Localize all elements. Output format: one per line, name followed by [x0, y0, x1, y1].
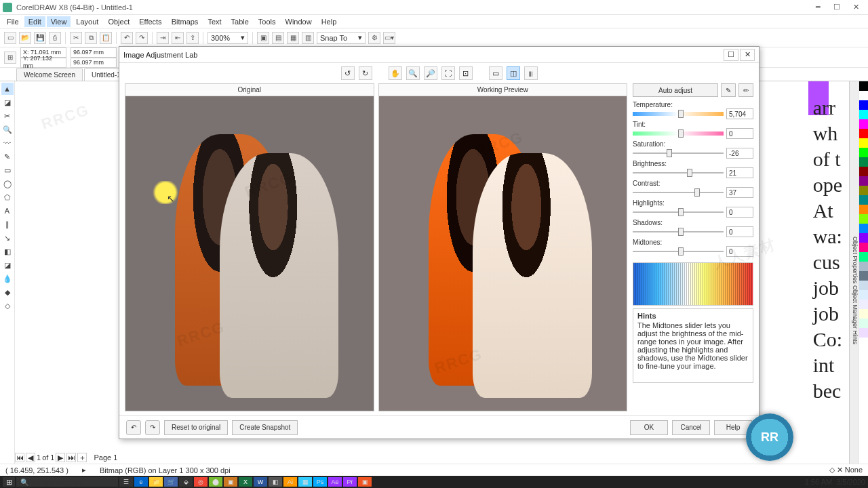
- menu-layout[interactable]: Layout: [72, 16, 102, 27]
- zoom-tool-icon[interactable]: 🔍: [1, 123, 14, 136]
- color-swatch[interactable]: [859, 319, 868, 328]
- freehand-tool-icon[interactable]: 〰: [1, 137, 14, 149]
- w-field[interactable]: 96.097 mm: [71, 47, 117, 58]
- publish-icon[interactable]: ⇪: [186, 32, 199, 44]
- color-swatch[interactable]: [859, 129, 868, 138]
- prev-page-icon[interactable]: ◀: [26, 453, 35, 462]
- ellipse-tool-icon[interactable]: ◯: [1, 178, 14, 190]
- taskbar-app-icon[interactable]: 🛒: [164, 477, 178, 487]
- taskbar-app-icon[interactable]: Ai: [283, 477, 297, 487]
- dialog-titlebar[interactable]: Image Adjustment Lab ☐ ✕: [119, 47, 759, 63]
- maximize-button[interactable]: ☐: [827, 1, 846, 14]
- shadows-value[interactable]: 0: [726, 226, 753, 237]
- taskbar-app-icon[interactable]: Ae: [328, 477, 342, 487]
- new-icon[interactable]: ▭: [4, 32, 16, 44]
- taskbar-app-icon[interactable]: ▣: [358, 477, 372, 487]
- pan-icon[interactable]: ✋: [389, 66, 402, 80]
- color-swatch[interactable]: [859, 262, 868, 271]
- color-swatch[interactable]: [859, 176, 868, 186]
- color-swatch[interactable]: [859, 205, 868, 214]
- launch-icon[interactable]: ▭▾: [383, 32, 395, 44]
- white-point-icon[interactable]: ✎: [721, 83, 736, 97]
- color-swatch[interactable]: [859, 100, 868, 110]
- cut-icon[interactable]: ✂: [70, 32, 82, 44]
- grid-icon[interactable]: ▦: [287, 32, 299, 44]
- crop-tool-icon[interactable]: ✂: [1, 110, 14, 122]
- before-after-preview-icon[interactable]: ◫: [507, 66, 520, 80]
- system-tray[interactable]: 1:56 AM 3/5/2020: [805, 478, 865, 486]
- zoom-100-icon[interactable]: ⊡: [459, 66, 473, 80]
- options-icon[interactable]: ⚙: [368, 32, 380, 44]
- taskbar-app-icon[interactable]: X: [239, 477, 252, 487]
- redo-icon[interactable]: ↷: [145, 420, 160, 435]
- rotate-cw-icon[interactable]: ↻: [359, 66, 372, 80]
- snap-combo[interactable]: Snap To▾: [317, 32, 366, 44]
- task-view-icon[interactable]: ☰: [119, 477, 133, 487]
- export-icon[interactable]: ⇤: [172, 32, 184, 44]
- menu-file[interactable]: File: [3, 16, 23, 27]
- color-swatch[interactable]: [859, 157, 868, 167]
- color-swatch[interactable]: [859, 186, 868, 195]
- outline-tool-icon[interactable]: ◇: [1, 300, 14, 312]
- taskbar-app-icon[interactable]: ◎: [194, 477, 208, 487]
- tint-track[interactable]: [633, 131, 724, 136]
- brightness-track[interactable]: [633, 170, 724, 176]
- color-swatch[interactable]: [859, 148, 868, 157]
- color-palette[interactable]: [859, 81, 868, 473]
- y-field[interactable]: Y: 207.132 mm: [20, 58, 66, 68]
- menu-tools[interactable]: Tools: [254, 16, 280, 27]
- taskbar-app-icon[interactable]: Pr: [343, 477, 357, 487]
- taskbar-app-icon[interactable]: 📁: [149, 477, 163, 487]
- start-button[interactable]: ⊞: [3, 477, 15, 487]
- color-swatch[interactable]: [859, 290, 868, 300]
- fill-tool-icon[interactable]: ◆: [1, 286, 14, 298]
- shadows-track[interactable]: [633, 229, 724, 235]
- menu-help[interactable]: Help: [317, 16, 341, 27]
- color-swatch[interactable]: [859, 138, 868, 148]
- taskbar-app-icon[interactable]: W: [254, 477, 267, 487]
- saturation-track[interactable]: [633, 150, 724, 156]
- undo-icon[interactable]: ↶: [126, 420, 141, 435]
- color-swatch[interactable]: [859, 243, 868, 252]
- dialog-close-button[interactable]: ✕: [740, 49, 755, 61]
- midtones-value[interactable]: 0: [726, 246, 753, 257]
- color-swatch[interactable]: [859, 167, 868, 176]
- color-swatch[interactable]: [859, 281, 868, 290]
- color-swatch[interactable]: [859, 91, 868, 100]
- minimize-button[interactable]: ━: [808, 1, 827, 14]
- close-button[interactable]: ✕: [846, 1, 865, 14]
- working-image[interactable]: [379, 96, 627, 411]
- color-swatch[interactable]: [859, 300, 868, 309]
- rotate-ccw-icon[interactable]: ↺: [341, 66, 355, 80]
- color-swatch[interactable]: [859, 328, 868, 338]
- highlights-track[interactable]: [633, 209, 724, 215]
- copy-icon[interactable]: ⧉: [85, 32, 97, 44]
- redo-icon[interactable]: ↷: [136, 32, 148, 44]
- color-swatch[interactable]: [859, 110, 868, 119]
- tint-value[interactable]: 0: [726, 128, 753, 139]
- print-icon[interactable]: ⎙: [49, 32, 61, 44]
- taskbar-app-icon[interactable]: ▦: [298, 477, 312, 487]
- menu-object[interactable]: Object: [104, 16, 134, 27]
- text-tool-icon[interactable]: A: [1, 205, 14, 217]
- menu-window[interactable]: Window: [281, 16, 316, 27]
- taskbar-app-icon[interactable]: Ps: [313, 477, 327, 487]
- color-swatch[interactable]: [859, 252, 868, 262]
- color-swatch[interactable]: [859, 271, 868, 281]
- temperature-track[interactable]: [633, 111, 724, 117]
- menu-effects[interactable]: Effects: [135, 16, 165, 27]
- open-icon[interactable]: 📂: [19, 32, 31, 44]
- menu-edit[interactable]: Edit: [24, 16, 45, 27]
- reset-button[interactable]: Reset to original: [164, 420, 228, 435]
- color-swatch[interactable]: [859, 119, 868, 129]
- contrast-value[interactable]: 37: [726, 187, 753, 198]
- cancel-button[interactable]: Cancel: [672, 420, 710, 435]
- pick-tool-icon[interactable]: ▲: [1, 83, 14, 95]
- black-point-icon[interactable]: ✏: [738, 83, 753, 97]
- drop-shadow-tool-icon[interactable]: ◧: [1, 245, 14, 258]
- highlights-value[interactable]: 0: [726, 207, 753, 218]
- save-icon[interactable]: 💾: [34, 32, 46, 44]
- menu-view[interactable]: View: [47, 16, 71, 27]
- docker-tabs[interactable]: Object Properties Object Manager Hints: [849, 81, 859, 473]
- color-swatch[interactable]: [859, 81, 868, 91]
